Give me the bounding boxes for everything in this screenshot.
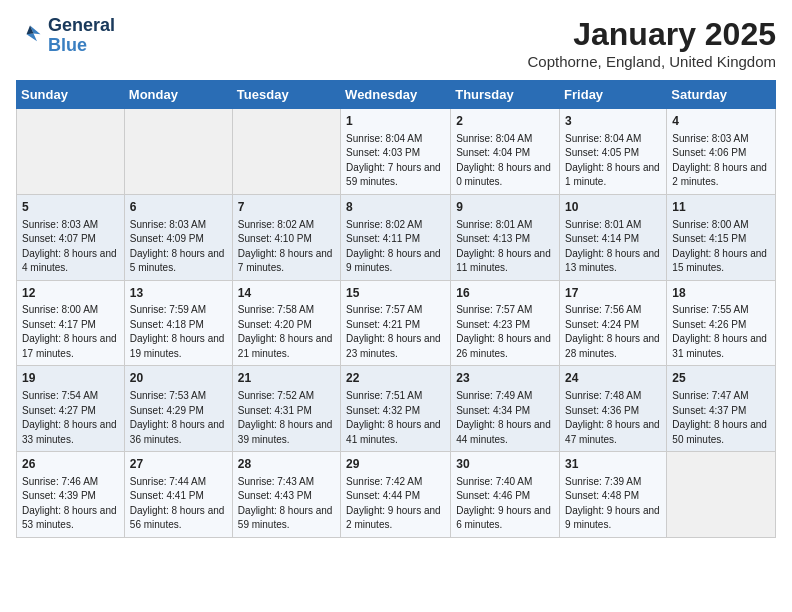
day-number: 20 [130, 370, 227, 387]
day-number: 26 [22, 456, 119, 473]
calendar-cell: 27Sunrise: 7:44 AM Sunset: 4:41 PM Dayli… [124, 452, 232, 538]
calendar-cell: 20Sunrise: 7:53 AM Sunset: 4:29 PM Dayli… [124, 366, 232, 452]
calendar-cell: 13Sunrise: 7:59 AM Sunset: 4:18 PM Dayli… [124, 280, 232, 366]
day-number: 6 [130, 199, 227, 216]
calendar-cell: 5Sunrise: 8:03 AM Sunset: 4:07 PM Daylig… [17, 194, 125, 280]
day-info: Sunrise: 8:02 AM Sunset: 4:11 PM Dayligh… [346, 218, 445, 276]
day-info: Sunrise: 7:39 AM Sunset: 4:48 PM Dayligh… [565, 475, 661, 533]
day-number: 5 [22, 199, 119, 216]
day-info: Sunrise: 7:48 AM Sunset: 4:36 PM Dayligh… [565, 389, 661, 447]
calendar-cell: 2Sunrise: 8:04 AM Sunset: 4:04 PM Daylig… [451, 109, 560, 195]
day-number: 2 [456, 113, 554, 130]
day-info: Sunrise: 7:40 AM Sunset: 4:46 PM Dayligh… [456, 475, 554, 533]
col-header-thursday: Thursday [451, 81, 560, 109]
calendar-cell: 12Sunrise: 8:00 AM Sunset: 4:17 PM Dayli… [17, 280, 125, 366]
day-number: 8 [346, 199, 445, 216]
day-info: Sunrise: 7:56 AM Sunset: 4:24 PM Dayligh… [565, 303, 661, 361]
week-row-1: 1Sunrise: 8:04 AM Sunset: 4:03 PM Daylig… [17, 109, 776, 195]
day-info: Sunrise: 8:04 AM Sunset: 4:05 PM Dayligh… [565, 132, 661, 190]
calendar-cell: 8Sunrise: 8:02 AM Sunset: 4:11 PM Daylig… [341, 194, 451, 280]
calendar-cell: 10Sunrise: 8:01 AM Sunset: 4:14 PM Dayli… [560, 194, 667, 280]
logo: General Blue [16, 16, 115, 56]
day-number: 23 [456, 370, 554, 387]
calendar-cell: 31Sunrise: 7:39 AM Sunset: 4:48 PM Dayli… [560, 452, 667, 538]
calendar-cell: 7Sunrise: 8:02 AM Sunset: 4:10 PM Daylig… [232, 194, 340, 280]
calendar-cell: 17Sunrise: 7:56 AM Sunset: 4:24 PM Dayli… [560, 280, 667, 366]
day-number: 30 [456, 456, 554, 473]
calendar-cell: 21Sunrise: 7:52 AM Sunset: 4:31 PM Dayli… [232, 366, 340, 452]
day-number: 29 [346, 456, 445, 473]
day-info: Sunrise: 8:04 AM Sunset: 4:04 PM Dayligh… [456, 132, 554, 190]
calendar-cell: 18Sunrise: 7:55 AM Sunset: 4:26 PM Dayli… [667, 280, 776, 366]
col-header-saturday: Saturday [667, 81, 776, 109]
calendar-cell: 3Sunrise: 8:04 AM Sunset: 4:05 PM Daylig… [560, 109, 667, 195]
calendar-cell: 30Sunrise: 7:40 AM Sunset: 4:46 PM Dayli… [451, 452, 560, 538]
day-number: 3 [565, 113, 661, 130]
calendar-cell: 22Sunrise: 7:51 AM Sunset: 4:32 PM Dayli… [341, 366, 451, 452]
day-number: 19 [22, 370, 119, 387]
day-info: Sunrise: 8:00 AM Sunset: 4:15 PM Dayligh… [672, 218, 770, 276]
day-number: 22 [346, 370, 445, 387]
calendar-cell: 16Sunrise: 7:57 AM Sunset: 4:23 PM Dayli… [451, 280, 560, 366]
day-number: 15 [346, 285, 445, 302]
day-info: Sunrise: 8:02 AM Sunset: 4:10 PM Dayligh… [238, 218, 335, 276]
week-row-3: 12Sunrise: 8:00 AM Sunset: 4:17 PM Dayli… [17, 280, 776, 366]
calendar-cell [124, 109, 232, 195]
calendar-cell: 29Sunrise: 7:42 AM Sunset: 4:44 PM Dayli… [341, 452, 451, 538]
calendar-cell: 24Sunrise: 7:48 AM Sunset: 4:36 PM Dayli… [560, 366, 667, 452]
calendar-cell [17, 109, 125, 195]
day-number: 31 [565, 456, 661, 473]
day-number: 17 [565, 285, 661, 302]
day-number: 1 [346, 113, 445, 130]
col-header-wednesday: Wednesday [341, 81, 451, 109]
day-info: Sunrise: 7:43 AM Sunset: 4:43 PM Dayligh… [238, 475, 335, 533]
day-number: 18 [672, 285, 770, 302]
calendar-cell: 23Sunrise: 7:49 AM Sunset: 4:34 PM Dayli… [451, 366, 560, 452]
day-number: 7 [238, 199, 335, 216]
day-info: Sunrise: 8:03 AM Sunset: 4:06 PM Dayligh… [672, 132, 770, 190]
calendar-cell: 26Sunrise: 7:46 AM Sunset: 4:39 PM Dayli… [17, 452, 125, 538]
day-info: Sunrise: 7:51 AM Sunset: 4:32 PM Dayligh… [346, 389, 445, 447]
calendar-cell: 15Sunrise: 7:57 AM Sunset: 4:21 PM Dayli… [341, 280, 451, 366]
day-number: 11 [672, 199, 770, 216]
day-info: Sunrise: 8:03 AM Sunset: 4:09 PM Dayligh… [130, 218, 227, 276]
day-info: Sunrise: 7:55 AM Sunset: 4:26 PM Dayligh… [672, 303, 770, 361]
col-header-friday: Friday [560, 81, 667, 109]
week-row-4: 19Sunrise: 7:54 AM Sunset: 4:27 PM Dayli… [17, 366, 776, 452]
week-row-5: 26Sunrise: 7:46 AM Sunset: 4:39 PM Dayli… [17, 452, 776, 538]
logo-text: General Blue [48, 16, 115, 56]
day-info: Sunrise: 8:04 AM Sunset: 4:03 PM Dayligh… [346, 132, 445, 190]
calendar-cell [667, 452, 776, 538]
calendar-table: SundayMondayTuesdayWednesdayThursdayFrid… [16, 80, 776, 538]
calendar-cell: 19Sunrise: 7:54 AM Sunset: 4:27 PM Dayli… [17, 366, 125, 452]
day-info: Sunrise: 7:53 AM Sunset: 4:29 PM Dayligh… [130, 389, 227, 447]
day-info: Sunrise: 7:52 AM Sunset: 4:31 PM Dayligh… [238, 389, 335, 447]
day-number: 27 [130, 456, 227, 473]
calendar-cell [232, 109, 340, 195]
calendar-cell: 25Sunrise: 7:47 AM Sunset: 4:37 PM Dayli… [667, 366, 776, 452]
week-row-2: 5Sunrise: 8:03 AM Sunset: 4:07 PM Daylig… [17, 194, 776, 280]
day-number: 24 [565, 370, 661, 387]
day-info: Sunrise: 7:47 AM Sunset: 4:37 PM Dayligh… [672, 389, 770, 447]
day-info: Sunrise: 7:57 AM Sunset: 4:21 PM Dayligh… [346, 303, 445, 361]
day-info: Sunrise: 8:01 AM Sunset: 4:14 PM Dayligh… [565, 218, 661, 276]
calendar-cell: 14Sunrise: 7:58 AM Sunset: 4:20 PM Dayli… [232, 280, 340, 366]
day-info: Sunrise: 8:01 AM Sunset: 4:13 PM Dayligh… [456, 218, 554, 276]
calendar-cell: 28Sunrise: 7:43 AM Sunset: 4:43 PM Dayli… [232, 452, 340, 538]
col-header-tuesday: Tuesday [232, 81, 340, 109]
day-info: Sunrise: 8:00 AM Sunset: 4:17 PM Dayligh… [22, 303, 119, 361]
day-number: 21 [238, 370, 335, 387]
day-info: Sunrise: 7:58 AM Sunset: 4:20 PM Dayligh… [238, 303, 335, 361]
calendar-cell: 9Sunrise: 8:01 AM Sunset: 4:13 PM Daylig… [451, 194, 560, 280]
day-number: 10 [565, 199, 661, 216]
day-info: Sunrise: 7:42 AM Sunset: 4:44 PM Dayligh… [346, 475, 445, 533]
calendar-title: January 2025 [528, 16, 777, 53]
logo-icon [16, 22, 44, 50]
day-number: 16 [456, 285, 554, 302]
calendar-cell: 6Sunrise: 8:03 AM Sunset: 4:09 PM Daylig… [124, 194, 232, 280]
calendar-cell: 4Sunrise: 8:03 AM Sunset: 4:06 PM Daylig… [667, 109, 776, 195]
col-header-sunday: Sunday [17, 81, 125, 109]
day-number: 14 [238, 285, 335, 302]
day-info: Sunrise: 7:54 AM Sunset: 4:27 PM Dayligh… [22, 389, 119, 447]
day-number: 28 [238, 456, 335, 473]
